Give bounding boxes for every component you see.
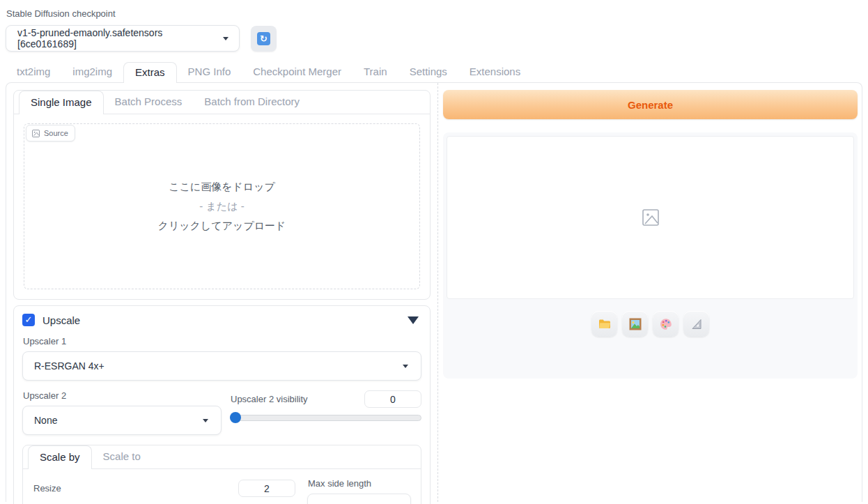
- max-side-length-input[interactable]: [307, 494, 411, 504]
- generate-button-label: Generate: [628, 99, 673, 111]
- open-folder-button[interactable]: [591, 311, 617, 337]
- result-panel: [443, 132, 858, 379]
- source-chip: Source: [26, 125, 75, 142]
- resize-input[interactable]: [238, 480, 295, 497]
- max-side-length-label: Max side length: [308, 478, 411, 489]
- upscaler2-dropdown[interactable]: None: [22, 406, 222, 435]
- checkmark-icon: ✓: [25, 314, 33, 325]
- source-tab-bar: Single Image Batch Process Batch from Di…: [14, 91, 430, 114]
- tab-scale-by[interactable]: Scale by: [28, 445, 92, 469]
- image-icon: [32, 130, 40, 137]
- upscaler1-value: R-ESRGAN 4x+: [34, 360, 104, 372]
- upscaler1-dropdown[interactable]: R-ESRGAN 4x+: [22, 351, 421, 381]
- chevron-down-icon: [223, 37, 228, 40]
- palette-button[interactable]: [653, 311, 679, 337]
- checkpoint-section: Stable Diffusion checkpoint v1-5-pruned-…: [0, 0, 868, 52]
- palette-icon: [659, 317, 673, 331]
- upscaler2-visibility-label: Upscaler 2 visibility: [231, 394, 308, 404]
- open-folder-icon: [598, 317, 612, 331]
- triangular-ruler-icon: [690, 317, 704, 331]
- checkpoint-dropdown[interactable]: v1-5-pruned-emaonly.safetensors [6ce0161…: [6, 25, 240, 52]
- chevron-down-icon: [203, 419, 208, 422]
- checkpoint-label: Stable Diffusion checkpoint: [6, 8, 862, 19]
- source-chip-label: Source: [44, 129, 68, 137]
- tab-img2img[interactable]: img2img: [61, 62, 123, 82]
- tab-scale-to[interactable]: Scale to: [92, 445, 152, 468]
- upscale-card: ✓ Upscale Upscaler 1 R-ESRGAN 4x+ Upscal…: [13, 305, 431, 504]
- tab-checkpoint-merger[interactable]: Checkpoint Merger: [242, 62, 352, 82]
- tab-extras[interactable]: Extras: [123, 62, 177, 83]
- image-placeholder-icon: [640, 207, 661, 228]
- output-toolbar: [447, 311, 854, 337]
- slider-track[interactable]: [230, 415, 421, 421]
- image-upload-dropzone[interactable]: Source ここに画像をドロップ - または - クリックしてアップロード: [24, 123, 420, 289]
- tab-single-image[interactable]: Single Image: [19, 91, 104, 114]
- output-column: Generate: [437, 83, 862, 502]
- slider-thumb[interactable]: [230, 412, 241, 423]
- tab-settings[interactable]: Settings: [398, 62, 458, 82]
- generate-button[interactable]: Generate: [443, 90, 858, 119]
- refresh-checkpoints-button[interactable]: ↻: [251, 26, 277, 52]
- tab-txt2img[interactable]: txt2img: [6, 62, 61, 82]
- upscaler2-visibility-input[interactable]: [364, 390, 421, 408]
- triangular-ruler-button[interactable]: [683, 311, 709, 337]
- tab-batch-from-directory[interactable]: Batch from Directory: [193, 91, 311, 114]
- upscaler1-label: Upscaler 1: [23, 336, 421, 346]
- upscaler2-label: Upscaler 2: [23, 390, 222, 401]
- input-column: Single Image Batch Process Batch from Di…: [6, 83, 437, 502]
- tab-batch-process[interactable]: Batch Process: [104, 91, 194, 114]
- dropzone-text-line1: ここに画像をドロップ: [169, 181, 275, 194]
- scale-card: Scale by Scale to Resize: [22, 445, 421, 504]
- chevron-down-icon: [403, 365, 408, 368]
- main-tab-bar: txt2img img2img Extras PNG Info Checkpoi…: [0, 62, 868, 82]
- resize-label: Resize: [33, 483, 61, 494]
- extras-tab-content: Single Image Batch Process Batch from Di…: [6, 82, 862, 502]
- tab-png-info[interactable]: PNG Info: [177, 62, 242, 82]
- framed-picture-icon: [628, 317, 642, 331]
- upscale-checkbox[interactable]: ✓: [22, 314, 35, 326]
- upscaler2-visibility-slider[interactable]: [230, 412, 421, 423]
- dropzone-text-line3: クリックしてアップロード: [158, 220, 286, 233]
- upscale-label: Upscale: [42, 314, 80, 326]
- checkpoint-value: v1-5-pruned-emaonly.safetensors [6ce0161…: [17, 27, 223, 49]
- tab-train[interactable]: Train: [352, 62, 398, 82]
- refresh-icon: ↻: [257, 32, 270, 45]
- accordion-collapse-icon[interactable]: [408, 316, 419, 324]
- framed-picture-button[interactable]: [622, 311, 648, 337]
- dropzone-text-line2: - または -: [199, 200, 244, 213]
- tab-extensions[interactable]: Extensions: [458, 62, 532, 82]
- scale-tab-bar: Scale by Scale to: [23, 445, 421, 469]
- upscaler2-value: None: [34, 415, 57, 426]
- result-image-preview: [447, 136, 854, 299]
- source-card: Single Image Batch Process Batch from Di…: [13, 90, 431, 300]
